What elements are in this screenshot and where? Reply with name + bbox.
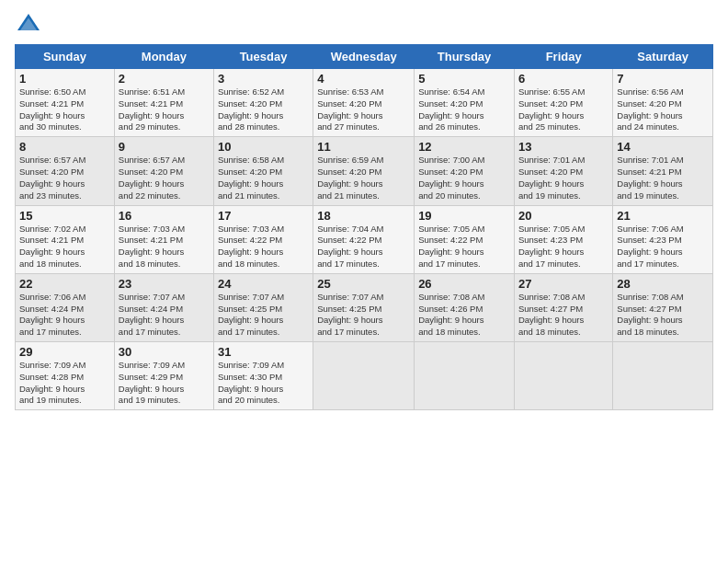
calendar-cell: 16Sunrise: 7:03 AMSunset: 4:21 PMDayligh… (114, 205, 213, 273)
day-number: 19 (418, 209, 510, 223)
day-number: 2 (119, 72, 210, 86)
calendar-cell: 21Sunrise: 7:06 AMSunset: 4:23 PMDayligh… (613, 205, 713, 273)
calendar-cell: 14Sunrise: 7:01 AMSunset: 4:21 PMDayligh… (613, 137, 713, 205)
day-number: 23 (119, 277, 210, 291)
calendar-cell: 23Sunrise: 7:07 AMSunset: 4:24 PMDayligh… (114, 273, 213, 341)
day-info: Sunrise: 6:59 AMSunset: 4:20 PMDaylight:… (317, 155, 410, 201)
calendar-cell: 19Sunrise: 7:05 AMSunset: 4:22 PMDayligh… (415, 205, 515, 273)
day-info: Sunrise: 6:53 AMSunset: 4:20 PMDaylight:… (317, 86, 410, 133)
header (15, 11, 713, 39)
header-day: Wednesday (313, 45, 415, 69)
week-row: 1Sunrise: 6:50 AMSunset: 4:21 PMDaylight… (16, 69, 713, 137)
day-number: 24 (218, 277, 309, 291)
day-number: 27 (518, 277, 609, 291)
day-number: 21 (617, 209, 709, 223)
day-info: Sunrise: 7:01 AMSunset: 4:20 PMDaylight:… (518, 155, 609, 201)
day-info: Sunrise: 7:09 AMSunset: 4:29 PMDaylight:… (119, 360, 210, 407)
day-number: 14 (617, 140, 709, 154)
header-day: Tuesday (213, 45, 313, 69)
calendar-cell: 10Sunrise: 6:58 AMSunset: 4:20 PMDayligh… (213, 137, 313, 205)
calendar-cell: 2Sunrise: 6:51 AMSunset: 4:21 PMDaylight… (114, 69, 213, 137)
week-row: 22Sunrise: 7:06 AMSunset: 4:24 PMDayligh… (16, 273, 713, 341)
day-info: Sunrise: 7:03 AMSunset: 4:22 PMDaylight:… (218, 224, 309, 270)
day-number: 11 (317, 140, 410, 154)
day-number: 15 (19, 209, 110, 223)
day-info: Sunrise: 7:01 AMSunset: 4:21 PMDaylight:… (617, 155, 709, 201)
day-number: 1 (19, 72, 110, 86)
calendar-cell: 3Sunrise: 6:52 AMSunset: 4:20 PMDaylight… (213, 69, 313, 137)
day-number: 8 (19, 140, 110, 154)
calendar-cell: 29Sunrise: 7:09 AMSunset: 4:28 PMDayligh… (16, 342, 115, 410)
day-number: 5 (418, 72, 510, 86)
day-number: 28 (617, 277, 709, 291)
day-info: Sunrise: 7:08 AMSunset: 4:27 PMDaylight:… (617, 292, 709, 339)
day-info: Sunrise: 6:50 AMSunset: 4:21 PMDaylight:… (19, 86, 110, 133)
calendar-cell: 30Sunrise: 7:09 AMSunset: 4:29 PMDayligh… (114, 342, 213, 410)
header-day: Thursday (415, 45, 515, 69)
logo (15, 11, 46, 39)
header-day: Saturday (613, 45, 713, 69)
calendar-cell: 7Sunrise: 6:56 AMSunset: 4:20 PMDaylight… (613, 69, 713, 137)
calendar-cell: 5Sunrise: 6:54 AMSunset: 4:20 PMDaylight… (415, 69, 515, 137)
day-info: Sunrise: 6:57 AMSunset: 4:20 PMDaylight:… (19, 155, 110, 201)
day-info: Sunrise: 7:07 AMSunset: 4:24 PMDaylight:… (119, 292, 210, 339)
day-info: Sunrise: 7:05 AMSunset: 4:23 PMDaylight:… (518, 224, 609, 270)
day-number: 9 (119, 140, 210, 154)
calendar-cell (613, 342, 713, 410)
day-info: Sunrise: 7:06 AMSunset: 4:23 PMDaylight:… (617, 224, 709, 270)
day-number: 31 (218, 345, 309, 359)
calendar-cell: 20Sunrise: 7:05 AMSunset: 4:23 PMDayligh… (514, 205, 612, 273)
day-info: Sunrise: 6:52 AMSunset: 4:20 PMDaylight:… (218, 86, 309, 133)
day-info: Sunrise: 6:58 AMSunset: 4:20 PMDaylight:… (218, 155, 309, 201)
day-number: 6 (518, 72, 609, 86)
calendar-cell: 4Sunrise: 6:53 AMSunset: 4:20 PMDaylight… (313, 69, 415, 137)
calendar-cell: 22Sunrise: 7:06 AMSunset: 4:24 PMDayligh… (16, 273, 115, 341)
calendar-cell: 1Sunrise: 6:50 AMSunset: 4:21 PMDaylight… (16, 69, 115, 137)
header-row: SundayMondayTuesdayWednesdayThursdayFrid… (16, 45, 713, 69)
day-number: 7 (617, 72, 709, 86)
day-number: 25 (317, 277, 410, 291)
calendar-cell: 9Sunrise: 6:57 AMSunset: 4:20 PMDaylight… (114, 137, 213, 205)
header-day: Friday (514, 45, 612, 69)
day-info: Sunrise: 6:56 AMSunset: 4:20 PMDaylight:… (617, 86, 709, 133)
calendar-cell: 17Sunrise: 7:03 AMSunset: 4:22 PMDayligh… (213, 205, 313, 273)
day-number: 20 (518, 209, 609, 223)
day-info: Sunrise: 7:09 AMSunset: 4:30 PMDaylight:… (218, 360, 309, 407)
day-info: Sunrise: 7:00 AMSunset: 4:20 PMDaylight:… (418, 155, 510, 201)
calendar-cell: 6Sunrise: 6:55 AMSunset: 4:20 PMDaylight… (514, 69, 612, 137)
day-number: 10 (218, 140, 309, 154)
calendar-cell: 27Sunrise: 7:08 AMSunset: 4:27 PMDayligh… (514, 273, 612, 341)
day-info: Sunrise: 7:09 AMSunset: 4:28 PMDaylight:… (19, 360, 110, 407)
day-info: Sunrise: 7:07 AMSunset: 4:25 PMDaylight:… (317, 292, 410, 339)
page: SundayMondayTuesdayWednesdayThursdayFrid… (0, 0, 728, 418)
day-info: Sunrise: 7:02 AMSunset: 4:21 PMDaylight:… (19, 224, 110, 270)
day-number: 30 (119, 345, 210, 359)
calendar-cell: 12Sunrise: 7:00 AMSunset: 4:20 PMDayligh… (415, 137, 515, 205)
calendar-cell: 18Sunrise: 7:04 AMSunset: 4:22 PMDayligh… (313, 205, 415, 273)
day-info: Sunrise: 7:06 AMSunset: 4:24 PMDaylight:… (19, 292, 110, 339)
calendar-cell: 13Sunrise: 7:01 AMSunset: 4:20 PMDayligh… (514, 137, 612, 205)
week-row: 29Sunrise: 7:09 AMSunset: 4:28 PMDayligh… (16, 342, 713, 410)
calendar-table: SundayMondayTuesdayWednesdayThursdayFrid… (15, 44, 713, 410)
header-day: Monday (114, 45, 213, 69)
day-info: Sunrise: 7:08 AMSunset: 4:26 PMDaylight:… (418, 292, 510, 339)
day-number: 3 (218, 72, 309, 86)
calendar-cell: 25Sunrise: 7:07 AMSunset: 4:25 PMDayligh… (313, 273, 415, 341)
day-info: Sunrise: 7:07 AMSunset: 4:25 PMDaylight:… (218, 292, 309, 339)
day-number: 16 (119, 209, 210, 223)
calendar-cell (313, 342, 415, 410)
week-row: 8Sunrise: 6:57 AMSunset: 4:20 PMDaylight… (16, 137, 713, 205)
header-day: Sunday (16, 45, 115, 69)
calendar-cell: 26Sunrise: 7:08 AMSunset: 4:26 PMDayligh… (415, 273, 515, 341)
calendar-cell: 8Sunrise: 6:57 AMSunset: 4:20 PMDaylight… (16, 137, 115, 205)
calendar-cell: 24Sunrise: 7:07 AMSunset: 4:25 PMDayligh… (213, 273, 313, 341)
day-number: 17 (218, 209, 309, 223)
day-number: 18 (317, 209, 410, 223)
logo-icon (15, 11, 42, 39)
calendar-cell: 31Sunrise: 7:09 AMSunset: 4:30 PMDayligh… (213, 342, 313, 410)
day-number: 12 (418, 140, 510, 154)
day-info: Sunrise: 7:03 AMSunset: 4:21 PMDaylight:… (119, 224, 210, 270)
week-row: 15Sunrise: 7:02 AMSunset: 4:21 PMDayligh… (16, 205, 713, 273)
day-info: Sunrise: 7:05 AMSunset: 4:22 PMDaylight:… (418, 224, 510, 270)
day-info: Sunrise: 6:57 AMSunset: 4:20 PMDaylight:… (119, 155, 210, 201)
